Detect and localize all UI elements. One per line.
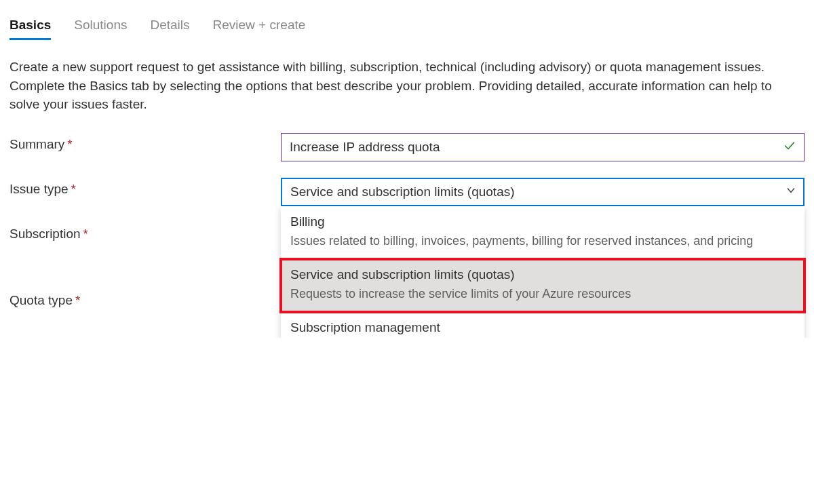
option-desc: Requests to increase the service limits … (290, 285, 795, 303)
label-subscription-text: Subscription (9, 227, 81, 241)
required-asterisk: * (71, 182, 76, 196)
label-quota-type-text: Quota type (9, 293, 73, 307)
issue-type-select[interactable]: Service and subscription limits (quotas) (281, 178, 805, 206)
label-summary-text: Summary (9, 137, 64, 151)
checkmark-icon (783, 138, 796, 155)
option-billing[interactable]: Billing Issues related to billing, invoi… (281, 206, 805, 259)
required-asterisk: * (75, 293, 80, 307)
tab-basics[interactable]: Basics (9, 14, 51, 39)
tabs-row: Basics Solutions Details Review + create (9, 14, 805, 40)
intro-line2: Complete the Basics tab by selecting the… (9, 79, 772, 112)
label-issue-type: Issue type* (9, 178, 281, 197)
option-subscription-management[interactable]: Subscription management Subscription man… (281, 312, 805, 338)
option-title: Billing (290, 214, 795, 229)
intro-text: Create a new support request to get assi… (9, 58, 796, 114)
tab-details[interactable]: Details (150, 14, 189, 39)
summary-input[interactable]: Increase IP address quota (281, 133, 805, 161)
intro-line1: Create a new support request to get assi… (9, 60, 764, 74)
label-subscription: Subscription* (9, 222, 281, 241)
field-summary: Increase IP address quota (281, 133, 805, 161)
issue-type-select-value: Service and subscription limits (quotas) (290, 185, 515, 199)
option-title: Subscription management (290, 320, 795, 335)
chevron-down-icon (786, 185, 796, 199)
issue-type-dropdown: Billing Issues related to billing, invoi… (281, 206, 805, 338)
option-desc: Issues related to billing, invoices, pay… (290, 232, 795, 250)
tab-review-create[interactable]: Review + create (213, 14, 306, 39)
summary-input-value: Increase IP address quota (290, 140, 440, 155)
label-quota-type: Quota type* (9, 289, 281, 308)
label-issue-type-text: Issue type (9, 182, 69, 196)
option-title: Service and subscription limits (quotas) (290, 267, 795, 282)
field-issue-type: Service and subscription limits (quotas)… (281, 178, 805, 206)
required-asterisk: * (67, 137, 72, 151)
label-summary: Summary* (9, 133, 281, 152)
tab-solutions[interactable]: Solutions (74, 14, 127, 39)
row-issue-type: Issue type* Service and subscription lim… (9, 178, 805, 206)
option-service-limits[interactable]: Service and subscription limits (quotas)… (281, 259, 805, 312)
row-summary: Summary* Increase IP address quota (9, 133, 805, 161)
required-asterisk: * (83, 227, 88, 241)
